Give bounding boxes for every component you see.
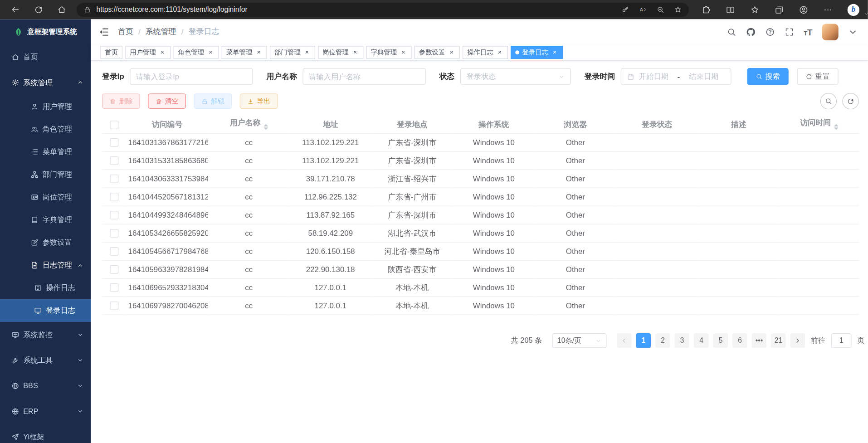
- close-icon[interactable]: ×: [496, 49, 503, 56]
- sidebar-item-yi-framework[interactable]: Yi框架: [0, 424, 91, 443]
- sort-asc-icon[interactable]: [834, 122, 838, 126]
- read-aloud-icon[interactable]: A: [639, 6, 647, 14]
- sidebar-item-op-log[interactable]: 操作日志: [0, 277, 91, 299]
- tab-user-mgmt[interactable]: 用户管理×: [125, 46, 171, 59]
- table-row[interactable]: 1641069652933218304cc127.0.0.1本地-本机Windo…: [102, 278, 859, 297]
- password-key-icon[interactable]: [621, 6, 629, 14]
- fullscreen-icon[interactable]: [785, 27, 794, 36]
- sidebar-item-bbs[interactable]: BBS: [0, 373, 91, 399]
- more-pages-button[interactable]: •••: [752, 333, 767, 348]
- sidebar-item-dict-mgmt[interactable]: 字典管理: [0, 209, 91, 231]
- browser-home-button[interactable]: [54, 2, 71, 17]
- tab-home[interactable]: 首页: [100, 46, 122, 59]
- date-range-picker[interactable]: 开始日期 - 结束日期: [621, 68, 731, 85]
- login-ip-input[interactable]: [130, 68, 253, 85]
- copilot-icon[interactable]: b: [848, 4, 859, 15]
- user-avatar[interactable]: [822, 24, 839, 40]
- tab-menu-mgmt[interactable]: 菜单管理×: [222, 46, 267, 59]
- chevron-down-icon[interactable]: [848, 27, 858, 36]
- page-size-select[interactable]: 10条/页: [552, 333, 607, 348]
- reset-button[interactable]: 重置: [797, 68, 839, 85]
- prev-page-button[interactable]: [617, 333, 632, 348]
- sidebar-item-post-mgmt[interactable]: 岗位管理: [0, 186, 91, 209]
- tab-param-settings[interactable]: 参数设置×: [414, 46, 460, 59]
- back-button[interactable]: [7, 2, 24, 17]
- breadcrumb-system[interactable]: 系统管理: [146, 27, 176, 37]
- table-row[interactable]: 1641069798270046208cc127.0.0.1本地-本机Windo…: [102, 297, 859, 315]
- sort-icons[interactable]: [263, 122, 268, 132]
- tab-dept-mgmt[interactable]: 部门管理×: [270, 46, 315, 59]
- sidebar-item-login-log[interactable]: 登录日志: [0, 299, 91, 322]
- sort-desc-icon[interactable]: [834, 127, 838, 132]
- row-checkbox[interactable]: [110, 302, 119, 311]
- row-checkbox[interactable]: [110, 211, 119, 220]
- refresh-table-button[interactable]: [843, 93, 859, 109]
- close-icon[interactable]: ×: [351, 49, 359, 56]
- tab-post-mgmt[interactable]: 岗位管理×: [318, 46, 363, 59]
- tab-dict-mgmt[interactable]: 字典管理×: [366, 46, 412, 59]
- sidebar-item-log-mgmt[interactable]: 日志管理: [0, 254, 91, 277]
- page-button-5[interactable]: 5: [713, 333, 728, 348]
- search-button[interactable]: 搜索: [747, 68, 789, 85]
- sidebar-item-user-mgmt[interactable]: 用户管理: [0, 95, 91, 118]
- close-icon[interactable]: ×: [207, 49, 214, 56]
- row-checkbox[interactable]: [110, 248, 119, 256]
- next-page-button[interactable]: [790, 333, 805, 348]
- sidebar-item-param-settings[interactable]: 参数设置: [0, 231, 91, 254]
- add-favorites-icon[interactable]: [674, 6, 682, 14]
- address-bar[interactable]: https://ccnetcore.com:1101/system/log/lo…: [77, 3, 689, 17]
- row-checkbox[interactable]: [110, 157, 119, 166]
- export-button[interactable]: 导出: [240, 93, 278, 109]
- extensions-icon[interactable]: [701, 5, 711, 15]
- refresh-button[interactable]: [30, 2, 47, 17]
- sidebar-item-menu-mgmt[interactable]: 菜单管理: [0, 141, 91, 163]
- tab-op-log[interactable]: 操作日志×: [463, 46, 508, 59]
- close-icon[interactable]: ×: [255, 49, 263, 56]
- sidebar-fold-icon[interactable]: [99, 26, 110, 37]
- clear-button[interactable]: 清空: [148, 93, 186, 109]
- table-row[interactable]: 1641031533185863680cc113.102.129.221广东省-…: [102, 151, 859, 170]
- page-button-6[interactable]: 6: [732, 333, 747, 348]
- close-icon[interactable]: ×: [551, 49, 558, 56]
- close-icon[interactable]: ×: [303, 49, 311, 56]
- table-row[interactable]: 1641044993248464896cc113.87.92.165广东省-深圳…: [102, 206, 859, 224]
- tab-role-mgmt[interactable]: 角色管理×: [174, 46, 219, 59]
- table-row[interactable]: 1641053426655825920cc58.19.42.209湖北省-武汉市…: [102, 224, 859, 242]
- close-icon[interactable]: ×: [448, 49, 455, 56]
- sort-desc-icon[interactable]: [263, 127, 268, 132]
- page-button-21[interactable]: 21: [771, 333, 786, 348]
- collections-icon[interactable]: [775, 5, 784, 15]
- sidebar-item-home[interactable]: 首页: [0, 44, 91, 70]
- username-input[interactable]: [303, 68, 426, 85]
- status-select[interactable]: 登录状态: [460, 68, 571, 85]
- search-icon[interactable]: [727, 27, 736, 36]
- help-icon[interactable]: [765, 27, 775, 36]
- row-checkbox[interactable]: [110, 193, 119, 202]
- sort-asc-icon[interactable]: [263, 122, 268, 126]
- table-row[interactable]: 1641031367863177216cc113.102.129.221广东省-…: [102, 133, 859, 151]
- sidebar-item-system-monitor[interactable]: 系统监控: [0, 322, 91, 347]
- breadcrumb-home[interactable]: 首页: [118, 27, 133, 37]
- close-icon[interactable]: ×: [159, 49, 166, 56]
- table-row[interactable]: 1641059633978281984cc222.90.130.18陕西省-西安…: [102, 260, 859, 278]
- settings-menu-icon[interactable]: [823, 5, 833, 15]
- font-size-icon[interactable]: TT: [804, 28, 812, 36]
- favorites-icon[interactable]: [750, 5, 760, 15]
- row-checkbox[interactable]: [110, 139, 119, 147]
- page-button-1[interactable]: 1: [636, 333, 651, 348]
- row-checkbox[interactable]: [110, 266, 119, 274]
- sidebar-item-dept-mgmt[interactable]: 部门管理: [0, 163, 91, 186]
- page-button-4[interactable]: 4: [694, 333, 709, 348]
- sidebar-item-system-tools[interactable]: 系统工具: [0, 347, 91, 373]
- chevron-down-icon[interactable]: [864, 11, 868, 16]
- page-button-2[interactable]: 2: [655, 333, 670, 348]
- show-search-button[interactable]: [820, 93, 837, 109]
- delete-button[interactable]: 删除: [102, 93, 140, 109]
- unlock-button[interactable]: 解锁: [194, 93, 232, 109]
- tab-login-log[interactable]: 登录日志×: [511, 46, 563, 59]
- table-row[interactable]: 1641044520567181312cc112.96.225.132广东省-广…: [102, 188, 859, 206]
- sidebar-item-erp[interactable]: ERP: [0, 399, 91, 424]
- row-checkbox[interactable]: [110, 229, 119, 238]
- goto-page-input[interactable]: [831, 333, 852, 348]
- page-button-3[interactable]: 3: [675, 333, 690, 348]
